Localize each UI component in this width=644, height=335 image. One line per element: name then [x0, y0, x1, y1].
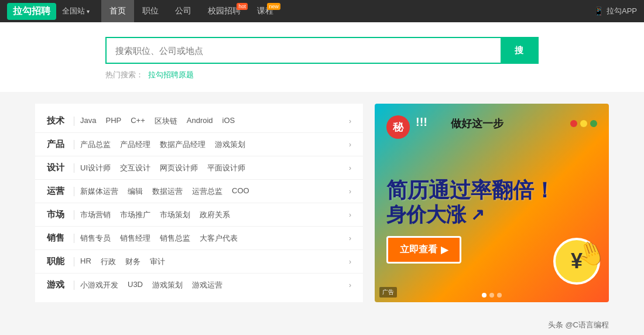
category-row-4: 市场市场营销市场推广市场策划政府关系› [35, 203, 363, 227]
ad-sub-text: 身价大涨 ↗ [386, 203, 597, 227]
nav-company[interactable]: 公司 [167, 0, 200, 22]
cat-items-5: 销售专员销售经理销售总监大客户代表 [80, 233, 343, 244]
dot-red [570, 120, 577, 127]
category-row-7: 游戏小游戏开发U3D游戏策划游戏运营› [35, 274, 363, 296]
cat-items-0: JavaPHPC++区块链AndroidiOS [80, 116, 343, 127]
cat-item-3-0[interactable]: 新媒体运营 [80, 186, 118, 197]
cat-item-2-3[interactable]: 平面设计师 [207, 163, 245, 173]
cat-item-3-2[interactable]: 数据运营 [152, 186, 183, 197]
cat-item-2-0[interactable]: UI设计师 [80, 163, 111, 173]
cat-name-4: 市场 [47, 209, 68, 220]
cat-item-6-3[interactable]: 审计 [150, 257, 165, 267]
hot-search-link[interactable]: 拉勾招聘原题 [148, 70, 194, 80]
app-label: 拉勾APP [607, 6, 637, 16]
cat-item-3-3[interactable]: 运营总监 [192, 186, 222, 197]
cat-items-1: 产品总监产品经理数据产品经理游戏策划 [80, 139, 343, 150]
cat-item-3-4[interactable]: COO [232, 186, 249, 197]
phone-icon: 📱 [594, 6, 604, 16]
ad-up-arrow: ↗ [471, 205, 484, 225]
cat-item-2-1[interactable]: 交互设计 [120, 163, 150, 173]
cat-item-4-0[interactable]: 市场营销 [80, 210, 111, 220]
hot-label: 热门搜索： [105, 70, 143, 80]
category-row-6: 职能HR行政财务审计› [35, 250, 363, 274]
cat-item-3-1[interactable]: 编辑 [128, 186, 143, 197]
app-download[interactable]: 📱 拉勾APP [594, 6, 637, 16]
main-content: 技术JavaPHPC++区块链AndroidiOS›产品产品总监产品经理数据产品… [0, 92, 644, 314]
cat-item-0-1[interactable]: PHP [105, 116, 121, 127]
cat-divider-5 [74, 234, 74, 243]
cat-item-5-1[interactable]: 销售经理 [120, 233, 150, 244]
category-row-2: 设计UI设计师交互设计网页设计师平面设计师› [35, 156, 363, 180]
search-input[interactable] [107, 38, 501, 63]
cat-item-5-0[interactable]: 销售专员 [80, 233, 111, 244]
ad-main-text: 简历通过率翻倍！ [386, 177, 597, 203]
category-list: 技术JavaPHPC++区块链AndroidiOS›产品产品总监产品经理数据产品… [35, 104, 363, 302]
cat-divider-6 [74, 257, 74, 266]
footer-note: 头条 @C语言编程 [0, 314, 644, 335]
cat-item-6-1[interactable]: 行政 [101, 257, 116, 267]
cat-name-2: 设计 [47, 162, 68, 173]
category-row-5: 销售销售专员销售经理销售总监大客户代表› [35, 227, 363, 250]
cat-divider-2 [74, 163, 74, 173]
cat-name-7: 游戏 [47, 279, 68, 290]
nav-home[interactable]: 首页 [101, 0, 134, 22]
cat-items-4: 市场营销市场推广市场策划政府关系 [80, 210, 343, 220]
cat-item-1-3[interactable]: 游戏策划 [215, 139, 245, 150]
cat-more-3[interactable]: › [349, 187, 351, 196]
cat-item-0-0[interactable]: Java [80, 116, 96, 127]
cat-item-0-4[interactable]: Android [187, 116, 213, 127]
new-badge: new [267, 3, 280, 10]
cat-item-5-2[interactable]: 销售总监 [160, 233, 190, 244]
search-button[interactable]: 搜 [501, 38, 537, 63]
station-selector[interactable]: 全国站 ▾ [62, 6, 90, 16]
cat-item-0-5[interactable]: iOS [222, 116, 235, 127]
cat-item-7-1[interactable]: U3D [128, 280, 143, 290]
cat-divider-7 [74, 281, 74, 290]
nav-links: 首页 职位 公司 校园招聘 hot 课程 new [101, 0, 594, 22]
cat-item-7-2[interactable]: 游戏策划 [152, 280, 183, 290]
nav-course[interactable]: 课程 new [249, 0, 282, 22]
cat-item-4-3[interactable]: 政府关系 [200, 210, 230, 220]
cat-more-0[interactable]: › [349, 117, 351, 125]
cat-item-0-2[interactable]: C++ [131, 116, 145, 127]
indicator-2 [489, 293, 494, 298]
cat-item-6-0[interactable]: HR [80, 257, 91, 267]
cat-item-4-1[interactable]: 市场推广 [120, 210, 150, 220]
cat-more-1[interactable]: › [349, 141, 351, 149]
dot-yellow [580, 120, 587, 127]
cat-name-1: 产品 [47, 139, 68, 150]
nav-jobs[interactable]: 职位 [134, 0, 167, 22]
nav-campus[interactable]: 校园招聘 hot [200, 0, 249, 22]
cat-item-6-2[interactable]: 财务 [125, 257, 141, 267]
cat-more-2[interactable]: › [349, 164, 351, 172]
indicator-3 [497, 293, 502, 298]
cat-items-2: UI设计师交互设计网页设计师平面设计师 [80, 163, 343, 173]
cat-more-4[interactable]: › [349, 211, 351, 219]
cat-more-7[interactable]: › [349, 281, 351, 289]
cat-item-1-1[interactable]: 产品经理 [120, 139, 150, 150]
cat-name-0: 技术 [47, 115, 68, 127]
cat-divider-0 [74, 117, 74, 126]
cat-item-0-3[interactable]: 区块链 [155, 116, 177, 127]
cat-item-4-2[interactable]: 市场策划 [160, 210, 190, 220]
cat-more-5[interactable]: › [349, 234, 351, 242]
logo[interactable]: 拉勾招聘 [7, 3, 56, 20]
station-label: 全国站 [62, 6, 85, 16]
category-row-1: 产品产品总监产品经理数据产品经理游戏策划› [35, 133, 363, 156]
cat-item-7-0[interactable]: 小游戏开发 [80, 280, 118, 290]
ad-banner[interactable]: 秘 !!! 做好这一步 简历通过率翻倍！ 身价大涨 ↗ 立即查看 ▶ ¥ 🤚 广… [375, 104, 609, 302]
cat-divider-4 [74, 210, 74, 220]
cat-item-5-3[interactable]: 大客户代表 [200, 233, 238, 244]
search-section: 搜 热门搜索： 拉勾招聘原题 [0, 22, 644, 92]
cat-items-6: HR行政财务审计 [80, 257, 343, 267]
step-text: 做好这一步 [451, 117, 503, 131]
ad-cta-button[interactable]: 立即查看 ▶ [386, 236, 461, 264]
cat-more-6[interactable]: › [349, 258, 351, 266]
cat-item-2-2[interactable]: 网页设计师 [160, 163, 198, 173]
cat-item-7-3[interactable]: 游戏运营 [192, 280, 222, 290]
cat-item-1-0[interactable]: 产品总监 [80, 139, 111, 150]
station-arrow: ▾ [87, 8, 90, 15]
navbar: 拉勾招聘 全国站 ▾ 首页 职位 公司 校园招聘 hot 课程 new 📱 拉勾… [0, 0, 644, 22]
cat-item-1-2[interactable]: 数据产品经理 [160, 139, 205, 150]
cat-name-6: 职能 [47, 256, 68, 267]
